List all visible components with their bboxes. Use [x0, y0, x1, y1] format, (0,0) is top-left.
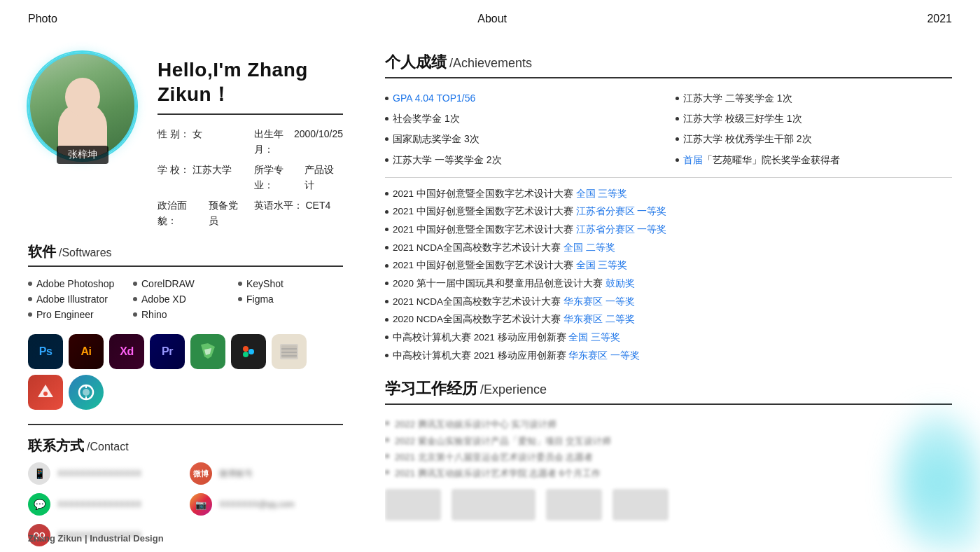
info-school: 学 校： 江苏大学 — [158, 162, 247, 193]
software-item: Adobe Illustrator — [28, 294, 133, 305]
info-grid: 性 别： 女 出生年月： 2000/10/25 学 校： 江苏大学 所学专业： — [158, 126, 343, 228]
softwares-title: 软件/Softwares — [28, 242, 343, 261]
svg-point-12 — [83, 389, 90, 396]
svg-point-1 — [243, 352, 248, 357]
bullet-icon — [28, 312, 32, 317]
ach-bullet — [385, 264, 388, 268]
premiere-icon: Pr — [150, 334, 185, 369]
phone-number: XXXXXXXXXXXXXXX — [57, 469, 141, 478]
bf-svg — [36, 383, 55, 401]
footer-field: Industrial Design — [90, 533, 163, 544]
award-link-7[interactable]: 华东赛区 一等奖 — [564, 296, 635, 307]
main-content: 张梓坤 Hello,I'm Zhang Zikun！ 性 别： 女 出生年月： … — [0, 38, 980, 548]
achievements-divider — [385, 77, 952, 78]
exp-item-4: 2021 腾讯互动娱乐设计艺术学院 志愿者 6个月工作 — [385, 465, 952, 481]
contact-phone: 📱 XXXXXXXXXXXXXXX — [28, 462, 181, 485]
software-list: Adobe Photoshop CorelDRAW KeyShot Adobe … — [28, 278, 343, 320]
software-item: CorelDRAW — [133, 278, 238, 289]
ach-sanhaos-text: 江苏大学 校级三好学生 1次 — [683, 110, 802, 127]
profile-section: 张梓坤 Hello,I'm Zhang Zikun！ 性 别： 女 出生年月： … — [28, 52, 343, 228]
exp-dot — [385, 454, 389, 458]
experience-title: 学习工作经历 /Experience — [385, 378, 952, 399]
ach-bullet — [385, 158, 388, 162]
award-4: 2021 NCDA全国高校数字艺术设计大赛 全国 二等奖 — [385, 239, 952, 257]
ach-bullet — [676, 137, 679, 141]
gender-value: 女 — [192, 126, 202, 158]
ach-bullet — [385, 228, 388, 231]
achievements-section: 个人成绩 /Achievements GPA 4.04 TOP1/56 江苏大学… — [385, 52, 952, 364]
ach-gpa-text: GPA 4.04 TOP1/56 — [393, 90, 475, 107]
ach-bullet — [385, 210, 388, 214]
ach-national: 国家励志奖学金 3次 — [385, 130, 662, 148]
award-link-3[interactable]: 江苏省分赛区 一等奖 — [576, 224, 667, 235]
bf-icon — [28, 375, 63, 410]
bullet-icon — [133, 312, 137, 317]
ach-social: 社会奖学金 1次 — [385, 110, 662, 127]
wechat-id: XXXXXXXXXXXXXXX — [57, 499, 141, 509]
contact-weibo: 微博 微博账号 — [190, 462, 343, 485]
award-link-10[interactable]: 华东赛区 一等奖 — [568, 350, 640, 361]
info-gender: 性 别： 女 — [158, 126, 247, 158]
logo-2 — [451, 489, 536, 520]
ach-excellent-text: 江苏大学 校优秀学生干部 2次 — [683, 130, 812, 148]
weibo-icon: 微博 — [190, 462, 212, 485]
svg-point-2 — [248, 349, 254, 354]
ach-1st: 江苏大学 一等奖学金 2次 — [385, 151, 662, 169]
award-link-1[interactable]: 全国 三等奖 — [576, 188, 628, 199]
footer-name: Zhang Zikun — [28, 533, 82, 544]
info-major: 所学专业： 产品设计 — [254, 162, 344, 193]
ach-excellent: 江苏大学 校优秀学生干部 2次 — [676, 130, 952, 148]
logo-3 — [546, 489, 602, 520]
award-9: 中高校计算机大赛 2021 移动应用创新赛 全国 三等奖 — [385, 329, 952, 347]
award-7: 2021 NCDA全国高校数字艺术设计大赛 华东赛区 一等奖 — [385, 293, 952, 311]
weibo-handle: 微博账号 — [219, 468, 253, 480]
fe-svg — [197, 341, 218, 362]
avatar — [28, 52, 136, 160]
top-right-label: 2021 — [927, 13, 952, 25]
english-label: 英语水平： — [254, 198, 303, 229]
bullet-icon — [133, 282, 137, 286]
experience-list: 2022 腾讯互动娱乐设计中心 实习设计师 2022 紫金山实验室设计产品「爱知… — [385, 416, 952, 482]
ach-bullet — [385, 354, 388, 357]
photoshop-icon: Ps — [28, 334, 63, 369]
bullet-icon — [133, 297, 137, 301]
teal-decoration — [896, 412, 980, 552]
ach-bullet — [676, 117, 679, 120]
bullet-icon — [238, 297, 242, 301]
right-column: 个人成绩 /Achievements GPA 4.04 TOP1/56 江苏大学… — [385, 38, 952, 548]
achievements-list: GPA 4.04 TOP1/56 江苏大学 二等奖学金 1次 社会奖学金 1次 … — [385, 90, 952, 169]
info-birth: 出生年月： 2000/10/25 — [254, 126, 344, 158]
school-label: 学 校： — [158, 162, 190, 193]
ach-bullet — [676, 97, 679, 100]
president-link[interactable]: 首届 — [683, 154, 703, 165]
awards-list: 2021 中国好创意暨全国数字艺术设计大赛 全国 三等奖 2021 中国好创意暨… — [385, 177, 952, 364]
exp-dot — [385, 438, 389, 442]
logo-1 — [385, 489, 441, 520]
award-link-8[interactable]: 华东赛区 二等奖 — [564, 314, 635, 324]
instagram-icon: 📷 — [190, 493, 212, 516]
kc-svg — [76, 382, 96, 402]
award-link-6[interactable]: 鼓励奖 — [606, 278, 635, 289]
profile-info: Hello,I'm Zhang Zikun！ 性 别： 女 出生年月： 2000… — [158, 52, 343, 228]
award-10: 中高校计算机大赛 2021 移动应用创新赛 华东赛区 一等奖 — [385, 347, 952, 365]
exp-item-1: 2022 腾讯互动娱乐设计中心 实习设计师 — [385, 416, 952, 432]
award-link-2[interactable]: 江苏省分赛区 一等奖 — [576, 206, 667, 216]
xd-icon: Xd — [109, 334, 144, 369]
contact-section: 联系方式/Contact 📱 XXXXXXXXXXXXXXX 微博 微博账号 💬… — [28, 436, 343, 546]
logo-4 — [612, 489, 668, 520]
info-english: 英语水平： CET4 — [254, 198, 344, 229]
fe-icon — [190, 334, 225, 369]
award-6: 2020 第十一届中国玩具和婴童用品创意设计大赛 鼓励奖 — [385, 275, 952, 293]
profile-greeting: Hello,I'm Zhang Zikun！ — [158, 59, 343, 108]
birth-label: 出生年月： — [254, 126, 291, 158]
award-link-4[interactable]: 全国 二等奖 — [564, 242, 615, 253]
software-item: Rhino — [133, 309, 238, 320]
kc-icon — [69, 375, 104, 410]
wechat-icon: 💬 — [28, 493, 50, 516]
experience-divider — [385, 403, 952, 405]
software-item: Adobe Photoshop — [28, 278, 133, 289]
gender-label: 性 别： — [158, 126, 190, 158]
award-link-9[interactable]: 全国 三等奖 — [568, 332, 620, 343]
award-link-5[interactable]: 全国 三等奖 — [576, 260, 628, 270]
ach-social-text: 社会奖学金 1次 — [393, 110, 460, 127]
